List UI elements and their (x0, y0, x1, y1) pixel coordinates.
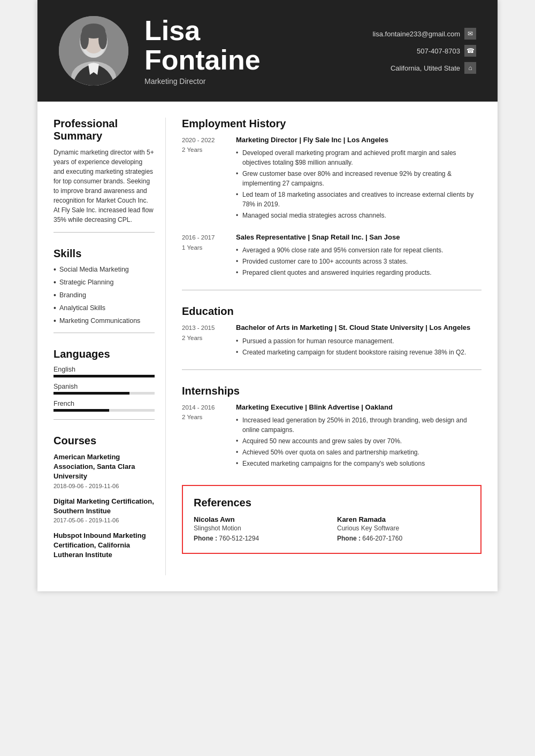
references-title: References (194, 497, 470, 509)
courses-section: Courses American Marketing Association, … (54, 435, 155, 560)
bullet-icon: • (54, 278, 56, 287)
email-icon: ✉ (464, 28, 476, 40)
entry-duration: 2 Years (182, 145, 227, 155)
bullet-item: Achieved 50% over quota on sales and par… (236, 448, 482, 457)
course-item: Hubspot Inbound Marketing Certification,… (54, 531, 155, 560)
skill-item: •Strategic Planning (54, 278, 155, 287)
location-icon: ⌂ (464, 62, 476, 74)
bullet-icon: • (54, 304, 56, 312)
svg-point-6 (80, 30, 89, 49)
language-bar-container (54, 375, 155, 377)
language-item: French (54, 400, 155, 412)
bullet-item: Led team of 18 marketing associates and … (236, 190, 482, 209)
education-section: Education 2013 - 2015 2 Years Bachelor o… (182, 305, 482, 369)
course-name: Digital Marketing Certification, Souther… (54, 497, 155, 516)
language-bar (54, 375, 155, 377)
svg-point-7 (98, 30, 107, 49)
skill-item: •Social Media Marketing (54, 265, 155, 274)
bullet-item: Pursued a passion for human resource man… (236, 336, 482, 346)
skill-label: Marketing Communications (59, 317, 140, 325)
email-text: lisa.fontaine233@gmail.com (372, 30, 460, 38)
entry-bullets: Increased lead generation by 250% in 201… (236, 415, 482, 468)
professional-summary-section: Professional Summary Dynamic marketing d… (54, 118, 155, 233)
entry-bullets: Pursued a passion for human resource man… (236, 336, 482, 357)
entry-duration: 2 Years (182, 412, 227, 422)
bullet-item: Developed overall marketing program and … (236, 148, 482, 167)
course-item: Digital Marketing Certification, Souther… (54, 497, 155, 523)
entry-item: 2020 - 2022 2 Years Marketing Director |… (182, 135, 482, 222)
entry-duration: 2 Years (182, 333, 227, 343)
skill-label: Social Media Marketing (59, 266, 129, 273)
skill-label: Branding (59, 291, 86, 299)
phone-contact: 507-407-8703 ☎ (417, 45, 476, 57)
course-name: Hubspot Inbound Marketing Certification,… (54, 531, 155, 560)
language-name: French (54, 400, 155, 407)
email-contact: lisa.fontaine233@gmail.com ✉ (372, 28, 476, 40)
bullet-item: Grew customer base over 80% and increase… (236, 169, 482, 188)
entry-content: Marketing Director | Fly Sale Inc | Los … (236, 135, 482, 222)
left-column: Professional Summary Dynamic marketing d… (37, 118, 166, 575)
skill-label: Strategic Planning (59, 279, 113, 286)
resume-container: Lisa Fontaine Marketing Director lisa.fo… (37, 0, 498, 591)
internships-section: Internships 2014 - 2016 2 Years Marketin… (182, 385, 482, 470)
language-bar (54, 392, 129, 395)
courses-title: Courses (54, 435, 155, 447)
language-name: Spanish (54, 383, 155, 390)
language-item: English (54, 366, 155, 377)
skill-label: Analytical Skills (59, 304, 105, 312)
entry-content: Sales Representative | Snap Retail Inc. … (236, 233, 482, 279)
skill-item: •Marketing Communications (54, 317, 155, 325)
location-contact: California, Utited State ⌂ (391, 62, 476, 74)
reference-item: Nicolas Awn Slingshot Motion Phone : 760… (194, 515, 326, 542)
header: Lisa Fontaine Marketing Director lisa.fo… (37, 0, 498, 102)
course-item: American Marketing Association, Santa Cl… (54, 452, 155, 489)
entry-year-range: 2013 - 2015 (182, 323, 227, 333)
course-date: 2018-09-06 - 2019-11-06 (54, 483, 155, 489)
entry-heading: Sales Representative | Snap Retail Inc. … (236, 233, 482, 242)
first-name: Lisa (144, 15, 200, 46)
full-name: Lisa Fontaine (144, 16, 356, 74)
header-contact: lisa.fontaine233@gmail.com ✉ 507-407-870… (372, 28, 476, 74)
entry-year-range: 2014 - 2016 (182, 403, 227, 412)
bullet-item: Managed social media strategies across c… (236, 211, 482, 220)
bullet-item: Created marketing campaign for student b… (236, 348, 482, 357)
course-name: American Marketing Association, Santa Cl… (54, 452, 155, 482)
internships-list: 2014 - 2016 2 Years Marketing Executive … (182, 403, 482, 470)
education-list: 2013 - 2015 2 Years Bachelor of Arts in … (182, 323, 482, 358)
ref-name: Karen Ramada (337, 515, 470, 523)
courses-list: American Marketing Association, Santa Cl… (54, 452, 155, 560)
entry-heading: Bachelor of Arts in Marketing | St. Clou… (236, 323, 482, 333)
ref-phone: Phone : 646-207-1760 (337, 535, 470, 542)
entry-bullets: Developed overall marketing program and … (236, 148, 482, 220)
reference-item: Karen Ramada Curious Key Software Phone … (337, 515, 470, 542)
education-title: Education (182, 305, 482, 318)
skills-section: Skills •Social Media Marketing•Strategic… (54, 248, 155, 333)
languages-title: Languages (54, 348, 155, 360)
location-text: California, Utited State (391, 64, 460, 72)
language-bar (54, 409, 109, 412)
language-item: Spanish (54, 383, 155, 395)
entry-item: 2013 - 2015 2 Years Bachelor of Arts in … (182, 323, 482, 358)
languages-section: Languages English Spanish French (54, 348, 155, 420)
bullet-item: Averaged a 90% close rate and 95% conver… (236, 245, 482, 255)
phone-icon: ☎ (464, 45, 476, 57)
entry-bullets: Averaged a 90% close rate and 95% conver… (236, 245, 482, 277)
bullet-item: Provided customer care to 100+ accounts … (236, 257, 482, 266)
language-bar-container (54, 409, 155, 412)
course-date: 2017-05-06 - 2019-11-06 (54, 517, 155, 523)
employment-section: Employment History 2020 - 2022 2 Years M… (182, 118, 482, 290)
entry-content: Bachelor of Arts in Marketing | St. Clou… (236, 323, 482, 358)
skill-item: •Analytical Skills (54, 304, 155, 312)
entry-year-range: 2020 - 2022 (182, 135, 227, 145)
entry-content: Marketing Executive | Blink Advertise | … (236, 403, 482, 470)
bullet-item: Increased lead generation by 250% in 201… (236, 415, 482, 435)
ref-company: Slingshot Motion (194, 524, 326, 532)
bullet-item: Acquired 50 new accounts and grew sales … (236, 436, 482, 446)
ref-name: Nicolas Awn (194, 515, 326, 523)
bullet-item: Prepared client quotes and answered inqu… (236, 268, 482, 277)
bullet-item: Executed marketing campaigns for the com… (236, 459, 482, 468)
language-bar-container (54, 392, 155, 395)
bullet-icon: • (54, 265, 56, 274)
entry-item: 2016 - 2017 1 Years Sales Representative… (182, 233, 482, 279)
ref-phone: Phone : 760-512-1294 (194, 535, 326, 542)
